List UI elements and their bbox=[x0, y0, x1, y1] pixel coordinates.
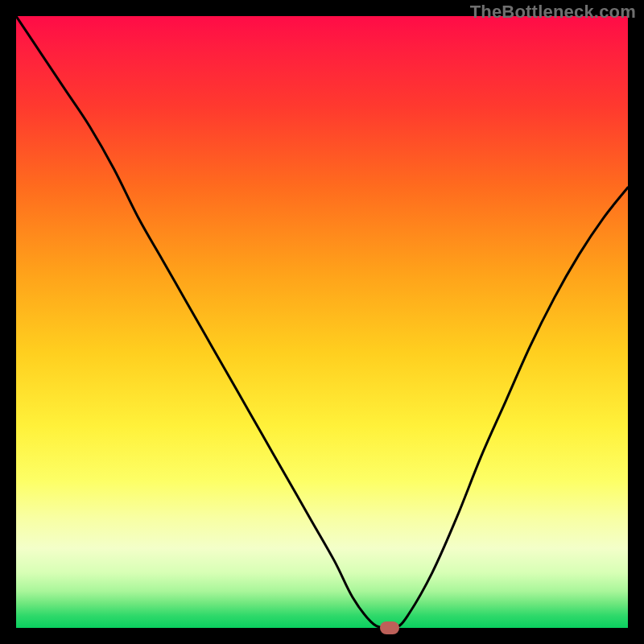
minimum-marker bbox=[380, 621, 399, 634]
curve-svg bbox=[16, 16, 628, 628]
bottleneck-curve bbox=[16, 16, 628, 628]
chart-frame: TheBottleneck.com bbox=[0, 0, 644, 644]
plot-area bbox=[16, 16, 628, 628]
watermark-text: TheBottleneck.com bbox=[470, 2, 636, 23]
